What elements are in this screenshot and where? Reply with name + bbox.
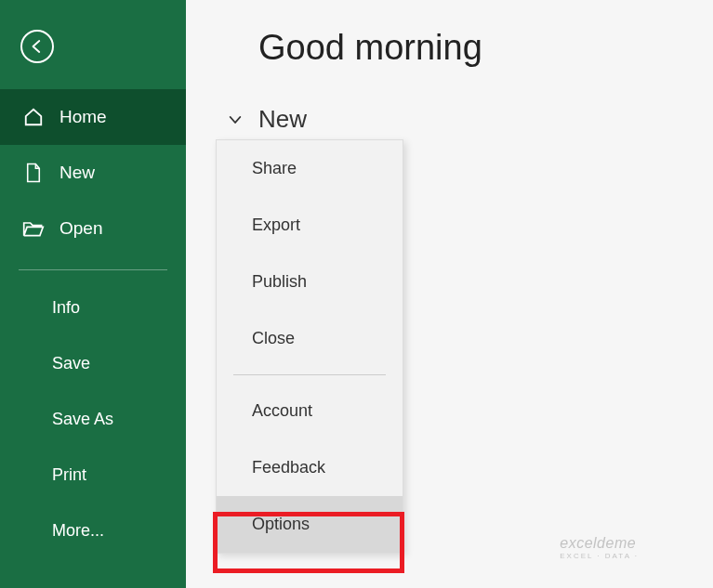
- sidebar-label-open: Open: [59, 218, 102, 239]
- menu-item-account[interactable]: Account: [217, 383, 403, 439]
- chevron-down-icon: [225, 110, 245, 130]
- new-section-header[interactable]: New: [225, 105, 713, 134]
- menu-separator: [233, 374, 386, 375]
- sidebar-item-save[interactable]: Save: [0, 335, 186, 391]
- new-section-label: New: [258, 105, 307, 134]
- sidebar-item-more[interactable]: More...: [0, 503, 186, 558]
- document-icon: [20, 163, 46, 183]
- menu-item-feedback[interactable]: Feedback: [217, 439, 403, 496]
- folder-open-icon: [20, 219, 46, 238]
- more-flyout-menu: Share Export Publish Close Account Feedb…: [216, 139, 403, 554]
- sidebar-item-print[interactable]: Print: [0, 447, 186, 503]
- menu-item-share[interactable]: Share: [217, 140, 403, 197]
- sidebar-item-new[interactable]: New: [0, 145, 186, 201]
- backstage-sidebar: Home New Open Info Save Save As Print Mo…: [0, 0, 186, 588]
- menu-item-publish[interactable]: Publish: [217, 254, 403, 310]
- sidebar-divider: [19, 269, 167, 270]
- back-button[interactable]: [20, 30, 54, 63]
- home-icon: [20, 107, 46, 127]
- sidebar-label-home: Home: [59, 107, 107, 127]
- arrow-left-icon: [29, 38, 46, 55]
- menu-item-options[interactable]: Options: [217, 496, 403, 553]
- greeting-title: Good morning: [258, 28, 713, 68]
- menu-item-export[interactable]: Export: [217, 197, 403, 254]
- sidebar-item-open[interactable]: Open: [0, 201, 186, 256]
- sidebar-item-save-as[interactable]: Save As: [0, 391, 186, 447]
- menu-item-close[interactable]: Close: [217, 310, 403, 367]
- sidebar-label-new: New: [59, 163, 95, 183]
- sidebar-item-info[interactable]: Info: [0, 280, 186, 335]
- sidebar-item-home[interactable]: Home: [0, 89, 186, 145]
